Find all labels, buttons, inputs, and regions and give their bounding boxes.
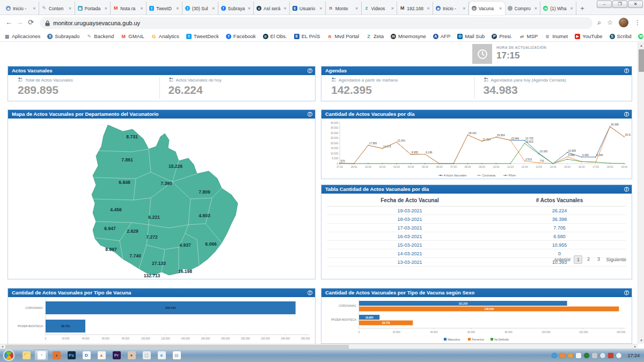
minimize-button[interactable]: – (597, 1, 612, 8)
pagination-next[interactable]: Siguiente (606, 257, 626, 262)
tab-close-icon[interactable]: ✕ (283, 6, 287, 11)
tray-icon[interactable] (560, 353, 565, 358)
tray-icon[interactable] (576, 353, 581, 358)
vertical-scrollbar[interactable]: ▲ ▼ (638, 42, 644, 344)
taskbar-icon-notepad[interactable]: ▤ (170, 350, 184, 361)
browser-tab[interactable]: zVideos✕ (362, 2, 398, 15)
bookmark-item[interactable]: oEl Obs. (263, 33, 287, 39)
taskbar-icon-app[interactable]: ▢ (140, 350, 153, 361)
browser-tab[interactable]: ◉Inicio - ✕ (3, 2, 39, 15)
info-icon[interactable]: ⓘ (624, 110, 629, 119)
date-cell[interactable]: 15-03-2021 (327, 241, 493, 249)
uruguay-map[interactable]: 8.7317.86115.2266.8487.3907.8094.4566.22… (8, 119, 315, 281)
tab-close-icon[interactable]: ✕ (104, 6, 107, 11)
tray-icon[interactable] (600, 353, 605, 358)
horizontal-scrollbar[interactable]: ◄ ► (0, 344, 638, 349)
taskbar-icon-explorer[interactable]: 📁 (19, 350, 33, 361)
scrollbar-thumb[interactable] (639, 49, 644, 72)
info-icon[interactable]: ⓘ (308, 67, 312, 75)
info-icon[interactable]: ⓘ (308, 289, 312, 297)
info-icon[interactable]: ⓘ (624, 185, 629, 194)
browser-tab[interactable]: fSubraya✕ (218, 2, 254, 15)
browser-tab[interactable]: MNota ra✕ (111, 2, 147, 15)
menu-icon[interactable]: ⋮ (634, 19, 641, 26)
pagination-prev[interactable]: Anterior (554, 257, 571, 262)
pagination-page[interactable]: 3 (594, 255, 603, 264)
tab-close-icon[interactable]: ✕ (355, 6, 358, 11)
tray-icon[interactable] (616, 353, 621, 358)
tab-close-icon[interactable]: ✕ (534, 6, 537, 11)
bookmark-item[interactable]: ▦Aplicaciones (4, 33, 40, 39)
browser-tab[interactable]: t(30) Sul✕ (182, 2, 218, 15)
info-icon[interactable]: ⓘ (624, 289, 629, 297)
tray-icon[interactable] (552, 353, 557, 358)
tab-close-icon[interactable]: ✕ (247, 6, 251, 11)
taskbar-icon-opera[interactable]: ● (125, 350, 138, 361)
browser-tab[interactable]: ◍Vacuna✕ (469, 2, 505, 15)
profile-avatar[interactable] (619, 18, 628, 27)
bookmark-item[interactable]: SSubrayado (47, 33, 79, 39)
back-icon[interactable]: ← (5, 18, 12, 26)
taskbar-icon-premiere[interactable]: Pr (109, 350, 123, 361)
browser-tab[interactable]: nMonte✕ (326, 2, 362, 15)
browser-tab[interactable]: EUsuario✕ (290, 2, 326, 15)
bookmark-item[interactable]: nMvd Portal (327, 33, 359, 39)
new-tab-button[interactable]: + (576, 3, 588, 14)
taskbar-icon-chrome[interactable]: ◔ (34, 350, 48, 361)
bookmark-item[interactable]: ▶YouTube (575, 33, 602, 39)
tab-close-icon[interactable]: ✕ (427, 6, 430, 11)
bookmark-item[interactable]: AAFP (433, 33, 450, 39)
close-button[interactable]: ✕ (628, 1, 643, 8)
taskbar-icon-edge[interactable]: e (155, 350, 169, 361)
zoom-icon[interactable]: ⌕ (597, 18, 601, 27)
tab-close-icon[interactable]: ✕ (463, 6, 466, 11)
date-cell[interactable]: 19-03-2021 (327, 206, 493, 215)
browser-tab[interactable]: w(1) Wha✕ (540, 2, 576, 15)
tab-close-icon[interactable]: ✕ (176, 6, 179, 11)
bookmark-item[interactable]: tTweetDeck (186, 33, 219, 39)
bookmark-star-icon[interactable]: ☆ (607, 19, 613, 26)
tray-icon[interactable] (592, 353, 597, 358)
tab-close-icon[interactable]: ✕ (140, 6, 143, 11)
taskbar-icon-firefox[interactable]: ◕ (49, 350, 63, 361)
bookmark-item[interactable]: ✎Backend (86, 33, 114, 39)
address-bar[interactable]: monitor.uruguaysevacuna.gub.uy (40, 17, 592, 29)
browser-tab[interactable]: tTweetD✕ (147, 2, 182, 15)
browser-tab[interactable]: ✎Conten✕ (39, 2, 75, 15)
bookmark-item[interactable]: fFacebook (226, 33, 256, 39)
date-cell[interactable]: 13-03-2021 (327, 258, 493, 267)
start-button[interactable] (3, 350, 14, 361)
bookmark-item[interactable]: EEL PAÍS (294, 33, 320, 39)
bookmark-item[interactable]: ⇌MSP (519, 33, 538, 39)
info-icon[interactable]: ⓘ (308, 110, 312, 119)
bookmark-item[interactable]: GAnalytics (151, 33, 179, 39)
tab-close-icon[interactable]: ✕ (319, 6, 323, 11)
date-cell[interactable]: 17-03-2021 (327, 224, 493, 232)
tab-close-icon[interactable]: ✕ (212, 6, 215, 11)
tab-close-icon[interactable]: ✕ (570, 6, 573, 11)
reload-icon[interactable]: ⟳ (28, 18, 34, 26)
browser-tab[interactable]: eAsí será✕ (254, 2, 290, 15)
tray-icon[interactable] (568, 353, 573, 358)
pagination-page[interactable]: 1 (574, 255, 582, 264)
taskbar-icon-photoshop[interactable]: Ps (64, 350, 78, 361)
tray-icon[interactable] (608, 353, 613, 358)
date-cell[interactable]: 16-03-2021 (327, 232, 493, 241)
date-cell[interactable]: 14-03-2021 (327, 249, 493, 258)
tray-icon[interactable] (584, 353, 589, 358)
date-cell[interactable]: 18-03-2021 (327, 215, 493, 224)
tab-close-icon[interactable]: ✕ (33, 6, 36, 11)
bookmark-item[interactable]: MGMAIL (121, 33, 144, 39)
bookmark-item[interactable]: WWAppWeb (638, 33, 644, 39)
browser-tab[interactable]: M192.168✕ (397, 2, 433, 15)
browser-tab[interactable]: ◌Compro✕ (505, 2, 541, 15)
tab-close-icon[interactable]: ✕ (69, 6, 72, 11)
browser-tab[interactable]: ▣Portada✕ (75, 2, 111, 15)
pagination-page[interactable]: 2 (584, 255, 592, 264)
scroll-down-icon[interactable]: ▼ (638, 337, 644, 344)
tab-close-icon[interactable]: ✕ (499, 6, 502, 11)
taskbar-icon-document[interactable]: D (79, 350, 93, 361)
tab-close-icon[interactable]: ✕ (391, 6, 394, 11)
taskbar-icon-vlc[interactable]: ▲ (94, 350, 108, 361)
info-icon[interactable]: ⓘ (624, 67, 629, 75)
